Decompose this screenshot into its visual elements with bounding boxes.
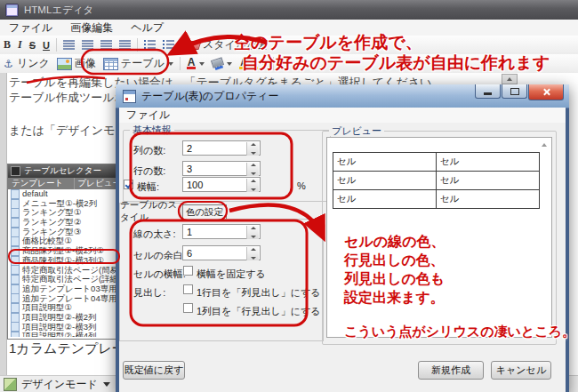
reset-defaults-button[interactable]: 既定値に戻す (123, 361, 185, 380)
window-left-border (0, 73, 7, 392)
align-justify-button[interactable] (116, 36, 134, 53)
preview-cell: セル (333, 172, 437, 190)
table-properties-dialog: テーブル(表)のプロパティー ファイル 基本情報 列の数: 2 行の数: 3 横… (116, 84, 569, 392)
selector-column-headers: テンプレート プレビュー (8, 178, 121, 189)
chevron-down-icon[interactable] (103, 382, 110, 387)
bullet-list-button[interactable] (159, 36, 178, 53)
align-left-button[interactable] (60, 36, 78, 53)
width-checkbox[interactable] (124, 180, 133, 189)
underline-button[interactable]: U (39, 36, 53, 53)
preview-cell: セル (333, 190, 437, 209)
list-item-circled[interactable]: 商品陳列型①-横3列① (8, 256, 121, 266)
page-icon (11, 313, 20, 323)
strikethrough-button[interactable]: S (26, 36, 39, 53)
heading-label: 見出し: (133, 286, 165, 300)
annotation-sirius-note: こういう点がシリウスの凄いところ。 (344, 324, 575, 340)
italic-button[interactable]: I (14, 36, 26, 53)
cell-width-label: セルの横幅: (133, 268, 186, 281)
list-item[interactable]: 追加テンプレート03専用テーブル (8, 284, 121, 294)
cancel-button[interactable]: キャンセル (491, 361, 551, 380)
border-width-input[interactable]: 1 (182, 224, 261, 239)
row-heading-checkbox[interactable] (183, 284, 193, 294)
anchor-icon: ⚓ (4, 59, 14, 69)
app-icon (5, 4, 19, 17)
rows-input[interactable]: 3 (182, 161, 261, 176)
list-item[interactable]: 項目説明型②-横4列 (8, 332, 121, 337)
table-icon (103, 58, 118, 70)
maximize-button[interactable] (502, 84, 527, 99)
menu-help[interactable]: ヘルプ (122, 20, 173, 36)
window-title: HTMLエディタ (24, 4, 93, 17)
menu-file[interactable]: ファイル (0, 20, 61, 36)
link-button[interactable]: ⚓ リンク (0, 55, 53, 72)
dialog-title: テーブル(表)のプロパティー (141, 89, 279, 104)
fix-width-label: 横幅を固定する (197, 268, 266, 281)
page-icon (11, 236, 20, 246)
page-icon (11, 322, 20, 332)
page-icon (11, 246, 20, 256)
bold-button[interactable]: B (0, 36, 14, 53)
screen: HTMLエディタ ファイル 画像編集 ヘルプ B I S U スタイル消去 ⚓ … (0, 0, 578, 392)
table-label: テーブル (121, 56, 165, 71)
row-heading-label: 1行目を「列見出し」にする (197, 286, 320, 300)
page-icon (11, 332, 20, 337)
table-row: セルセル (333, 190, 540, 209)
width-input[interactable]: 100 (182, 177, 261, 192)
font-color-button[interactable]: A (183, 55, 209, 72)
cols-spinner[interactable] (246, 142, 259, 156)
preview-legend: プレビュー (329, 125, 384, 136)
template-list: default メニュー型①-横2列 ランキング型① ランキング型② ランキング… (8, 189, 121, 337)
column-template[interactable]: テンプレート (8, 178, 75, 189)
chevron-down-icon (227, 62, 232, 66)
align-right-button[interactable] (97, 36, 116, 53)
preview-table: セルセル セルセル セルセル (333, 152, 540, 209)
dialog-icon (123, 90, 136, 103)
selector-icon (11, 166, 20, 176)
cell-padding-input[interactable]: 6 (182, 245, 261, 260)
link-label: リンク (17, 56, 50, 71)
page-icon (11, 265, 20, 275)
rows-spinner[interactable] (246, 163, 259, 176)
tab-color-settings[interactable]: 色の設定 (182, 204, 227, 220)
paint-bucket-icon (211, 57, 224, 68)
window-controls (474, 84, 564, 100)
width-spinner[interactable] (246, 179, 259, 192)
col-heading-checkbox[interactable] (183, 303, 193, 313)
chevron-down-icon (199, 62, 205, 66)
font-color-icon: A (187, 58, 197, 69)
fill-color-button[interactable] (208, 55, 236, 72)
table-selector-panel: テーブルセレクター テンプレート プレビュー default メニュー型①-横2… (7, 164, 122, 340)
design-mode-label[interactable]: デザインモード (21, 377, 98, 392)
table-button[interactable]: テーブル (100, 55, 177, 72)
menu-image-edit[interactable]: 画像編集 (61, 20, 122, 36)
editor-text-line: または「デザインモー (9, 123, 126, 139)
scroll-up-icon[interactable] (502, 74, 518, 84)
annotation-color-settings: セルの線の色、 行見出しの色、 列見出しの色も 設定出来ます。 (344, 232, 446, 307)
editor-text-line: テーブル作成ツールボ (9, 90, 126, 106)
dialog-menubar: ファイル (119, 108, 566, 123)
preview-scroll-up-icon[interactable] (540, 140, 548, 148)
bullet-list-icon (163, 40, 174, 50)
cell-padding-label: セルの余白: (133, 249, 186, 262)
toolbar-separator (137, 38, 138, 52)
dialog-menu-file[interactable]: ファイル (119, 108, 170, 123)
cols-input[interactable]: 2 (182, 140, 261, 156)
minimize-button[interactable] (475, 84, 501, 99)
table-row: セルセル (333, 153, 540, 172)
column-preview[interactable]: プレビュー (75, 178, 121, 189)
cell-padding-spinner[interactable] (246, 247, 259, 260)
close-button[interactable] (528, 84, 564, 100)
fix-width-checkbox[interactable] (183, 266, 193, 276)
image-button[interactable]: 画像 (53, 55, 100, 72)
width-label: 横幅: (137, 180, 159, 194)
create-button[interactable]: 新規作成 (418, 361, 484, 380)
page-icon (11, 208, 20, 218)
selector-titlebar: テーブルセレクター (8, 164, 121, 178)
page-icon (11, 303, 20, 313)
basic-info-legend: 基本情報 (130, 124, 174, 135)
border-width-spinner[interactable] (246, 226, 259, 239)
close-icon (542, 88, 550, 96)
numbered-list-button[interactable] (140, 36, 159, 53)
tab-table-style[interactable]: テーブルのスタイル (119, 203, 181, 220)
align-center-button[interactable] (78, 36, 97, 53)
